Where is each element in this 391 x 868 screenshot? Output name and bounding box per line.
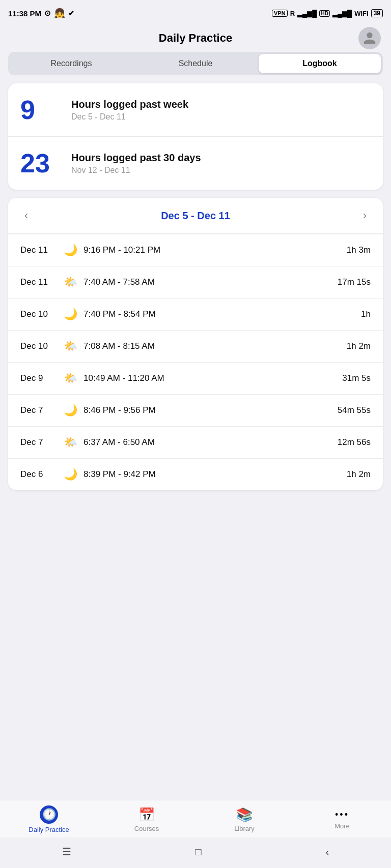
session-date: Dec 6 xyxy=(20,469,57,480)
moon-icon: 🌙 xyxy=(63,308,77,321)
session-time-range: 9:16 PM - 10:21 PM xyxy=(83,245,341,255)
session-duration: 17m 15s xyxy=(338,277,371,287)
android-home-button[interactable]: □ xyxy=(185,844,212,860)
courses-icon: 📅 xyxy=(138,807,155,823)
status-bar-right: VPN R ▂▄▆█ HD ▂▄▆█ WiFi 39 xyxy=(272,9,383,17)
week-card: ‹ Dec 5 - Dec 11 › Dec 11 🌙 9:16 PM - 10… xyxy=(8,198,383,490)
vpn-badge: VPN xyxy=(272,10,288,17)
battery-icon: 39 xyxy=(371,9,383,17)
monthly-hours-subtitle: Nov 12 - Dec 11 xyxy=(71,166,201,175)
signal-bars-icon: ▂▄▆█ xyxy=(297,10,317,17)
session-time-range: 6:37 AM - 6:50 AM xyxy=(83,437,331,447)
header: Daily Practice xyxy=(0,26,391,52)
clock-icon: 🕐 xyxy=(40,805,58,824)
session-row[interactable]: Dec 11 🌙 9:16 PM - 10:21 PM 1h 3m xyxy=(8,234,383,266)
spacer xyxy=(8,498,383,800)
session-date: Dec 10 xyxy=(20,309,57,319)
status-bar-left: 11:38 PM ⊙ 👧 ✔ xyxy=(8,8,74,19)
session-row[interactable]: Dec 10 🌙 7:40 PM - 8:54 PM 1h xyxy=(8,298,383,330)
bottom-nav-more[interactable]: ••• More xyxy=(322,810,362,830)
monthly-hours-number: 23 xyxy=(20,148,61,178)
page-title: Daily Practice xyxy=(159,32,232,45)
moon-icon: 🌙 xyxy=(63,404,77,417)
bottom-nav: 🕐 Daily Practice 📅 Courses 📚 Library •••… xyxy=(0,800,391,837)
signal-icon: R xyxy=(290,10,295,17)
session-row[interactable]: Dec 6 🌙 8:39 PM - 9:42 PM 1h 2m xyxy=(8,458,383,490)
session-row[interactable]: Dec 10 🌤️ 7:08 AM - 8:15 AM 1h 2m xyxy=(8,330,383,362)
session-row[interactable]: Dec 7 🌤️ 6:37 AM - 6:50 AM 12m 56s xyxy=(8,426,383,458)
status-bar: 11:38 PM ⊙ 👧 ✔ VPN R ▂▄▆█ HD ▂▄▆█ WiFi 3… xyxy=(0,0,391,26)
bottom-nav-courses-label: Courses xyxy=(134,825,159,832)
session-time-range: 7:40 PM - 8:54 PM xyxy=(83,309,355,319)
android-back-button[interactable]: ‹ xyxy=(315,844,339,860)
session-row[interactable]: Dec 11 🌤️ 7:40 AM - 7:58 AM 17m 15s xyxy=(8,266,383,298)
main-content: 9 Hours logged past week Dec 5 - Dec 11 … xyxy=(0,83,391,800)
summary-card: 9 Hours logged past week Dec 5 - Dec 11 … xyxy=(8,83,383,190)
status-time: 11:38 PM xyxy=(8,9,41,18)
week-nav: ‹ Dec 5 - Dec 11 › xyxy=(8,198,383,234)
android-menu-button[interactable]: ☰ xyxy=(52,844,81,860)
bottom-nav-library[interactable]: 📚 Library xyxy=(224,807,265,832)
session-time-range: 7:08 AM - 8:15 AM xyxy=(83,341,341,351)
weekly-summary-text: Hours logged past week Dec 5 - Dec 11 xyxy=(71,99,188,122)
bottom-nav-courses[interactable]: 📅 Courses xyxy=(126,807,167,832)
user-avatar[interactable] xyxy=(358,27,381,49)
tab-logbook[interactable]: Logbook xyxy=(259,54,381,73)
moon-icon: 🌙 xyxy=(63,244,77,257)
tab-recordings[interactable]: Recordings xyxy=(10,54,132,73)
session-time-range: 8:46 PM - 9:56 PM xyxy=(83,405,331,415)
weekly-hours-title: Hours logged past week xyxy=(71,99,188,110)
bottom-nav-daily-practice[interactable]: 🕐 Daily Practice xyxy=(29,805,69,833)
tab-schedule[interactable]: Schedule xyxy=(134,54,257,73)
more-icon: ••• xyxy=(335,810,349,820)
session-date: Dec 9 xyxy=(20,373,57,383)
monthly-hours-title: Hours logged past 30 days xyxy=(71,152,201,164)
monthly-summary-text: Hours logged past 30 days Nov 12 - Dec 1… xyxy=(71,152,201,175)
avatar-icon xyxy=(362,31,377,45)
sun-icon: 🌤️ xyxy=(63,372,77,385)
weekly-summary-row: 9 Hours logged past week Dec 5 - Dec 11 xyxy=(8,83,383,136)
session-date: Dec 7 xyxy=(20,405,57,415)
weekly-hours-number: 9 xyxy=(20,95,61,125)
session-duration: 1h 2m xyxy=(347,341,371,351)
library-icon: 📚 xyxy=(236,807,253,823)
sun-icon: 🌤️ xyxy=(63,276,77,289)
session-duration: 1h 2m xyxy=(347,469,371,480)
session-date: Dec 7 xyxy=(20,437,57,447)
status-check-icon: ✔ xyxy=(68,9,74,17)
session-row[interactable]: Dec 7 🌙 8:46 PM - 9:56 PM 54m 55s xyxy=(8,394,383,426)
status-avatar-icon: 👧 xyxy=(54,8,65,19)
tab-bar: Recordings Schedule Logbook xyxy=(8,52,383,75)
session-row[interactable]: Dec 9 🌤️ 10:49 AM - 11:20 AM 31m 5s xyxy=(8,362,383,394)
session-duration: 1h 3m xyxy=(347,245,371,255)
weekly-hours-subtitle: Dec 5 - Dec 11 xyxy=(71,112,188,122)
hd-badge: HD xyxy=(319,10,329,17)
bottom-nav-library-label: Library xyxy=(234,825,255,832)
sun-icon: 🌤️ xyxy=(63,340,77,353)
sun-icon: 🌤️ xyxy=(63,436,77,449)
moon-icon: 🌙 xyxy=(63,468,77,481)
session-duration: 54m 55s xyxy=(338,405,371,415)
session-time-range: 8:39 PM - 9:42 PM xyxy=(83,469,341,480)
status-clock-icon: ⊙ xyxy=(44,9,51,18)
session-time-range: 10:49 AM - 11:20 AM xyxy=(83,373,336,383)
bottom-nav-more-label: More xyxy=(334,822,350,830)
session-date: Dec 11 xyxy=(20,277,57,287)
signal-bars-2-icon: ▂▄▆█ xyxy=(332,10,352,17)
session-time-range: 7:40 AM - 7:58 AM xyxy=(83,277,331,287)
week-next-button[interactable]: › xyxy=(359,207,371,224)
week-prev-button[interactable]: ‹ xyxy=(20,207,32,224)
session-duration: 12m 56s xyxy=(338,437,371,447)
session-duration: 31m 5s xyxy=(342,373,371,383)
session-date: Dec 11 xyxy=(20,245,57,255)
android-nav-bar: ☰ □ ‹ xyxy=(0,837,391,868)
week-range-title: Dec 5 - Dec 11 xyxy=(161,210,230,222)
wifi-icon: WiFi xyxy=(354,10,368,17)
session-date: Dec 10 xyxy=(20,341,57,351)
session-duration: 1h xyxy=(361,309,371,319)
bottom-nav-daily-practice-label: Daily Practice xyxy=(29,826,69,833)
monthly-summary-row: 23 Hours logged past 30 days Nov 12 - De… xyxy=(8,136,383,190)
